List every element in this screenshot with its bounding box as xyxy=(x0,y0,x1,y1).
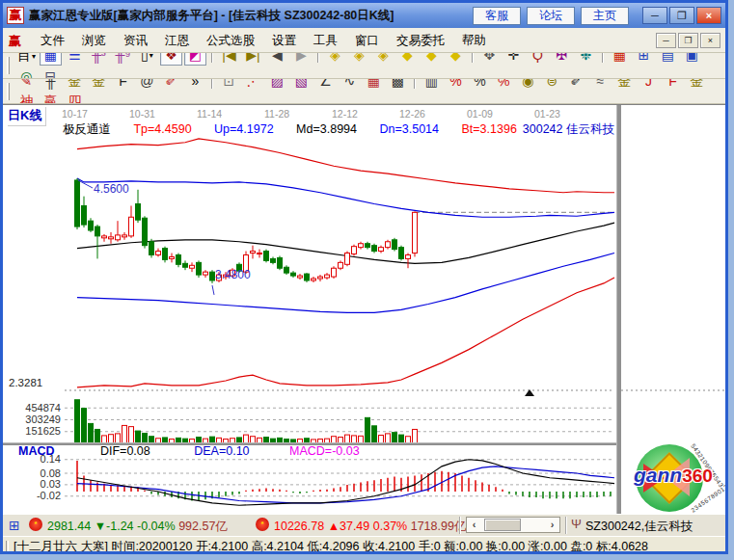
restore-button[interactable]: ❐ xyxy=(669,7,694,24)
first-bar-icon[interactable]: |◀ xyxy=(218,53,240,66)
zigzag-line-icon[interactable]: ∿ xyxy=(339,79,361,91)
child-restore-button[interactable]: ❐ xyxy=(678,33,698,48)
date-tick-label: 10-31 xyxy=(129,108,155,120)
menu-item-设置[interactable]: 设置 xyxy=(263,31,305,50)
calculator-icon[interactable]: ⊞ xyxy=(633,53,655,66)
gann-diamond-sync-icon[interactable]: ◈ xyxy=(372,53,394,66)
wave-tool-icon[interactable]: ≈ xyxy=(589,79,612,91)
gold-level-icon[interactable]: ⊜ xyxy=(541,79,563,91)
more-tools-icon[interactable]: » xyxy=(184,79,206,91)
candle-style-icon[interactable]: ▯▾ xyxy=(136,53,158,66)
scroll-right-button[interactable]: › xyxy=(545,518,559,532)
angle-win-icon[interactable]: 赢 xyxy=(40,92,62,104)
child-minimize-button[interactable]: ─ xyxy=(656,33,676,48)
percent-line-icon[interactable]: ℅ xyxy=(493,79,515,91)
sse-index-icon[interactable]: * xyxy=(29,518,42,531)
menu-item-江恩[interactable]: 江恩 xyxy=(156,31,198,50)
menu-item-公式选股[interactable]: 公式选股 xyxy=(198,31,263,50)
chaos-analysis-icon[interactable]: ❖ xyxy=(160,53,182,66)
angle-four-icon[interactable]: 四 xyxy=(64,92,86,104)
gold-tool-icon[interactable]: 金 xyxy=(613,79,636,92)
last-bar-icon[interactable]: ▶| xyxy=(242,53,264,66)
calculator-icon[interactable]: ⊞ xyxy=(9,518,20,533)
menu-item-帮助[interactable]: 帮助 xyxy=(453,31,495,50)
price-box-icon[interactable]: ⊡ xyxy=(218,79,240,91)
grip xyxy=(6,541,9,554)
fib-tool-icon[interactable]: F xyxy=(112,79,134,91)
panel-divider[interactable] xyxy=(3,442,616,445)
chart-right-divider[interactable] xyxy=(616,105,621,515)
menu-item-浏览[interactable]: 浏览 xyxy=(73,31,115,50)
scroll-thumb[interactable] xyxy=(484,519,521,531)
notes-icon[interactable]: ▤ xyxy=(657,53,679,66)
grid-dark-icon[interactable]: ▩ xyxy=(387,79,409,91)
menu-item-窗口[interactable]: 窗口 xyxy=(346,31,388,50)
gold-grid-h-icon[interactable]: 金 xyxy=(88,79,110,92)
scroll-left-button[interactable]: ‹ xyxy=(467,518,481,532)
square-box-icon[interactable]: ▧ xyxy=(290,79,313,91)
date-tick-label: 10-17 xyxy=(62,108,88,120)
remote-pc-icon[interactable]: ⊟ xyxy=(40,67,62,80)
gann-diamond-b-icon[interactable]: ◆ xyxy=(421,53,443,66)
mark-brush-icon[interactable]: ✐ xyxy=(565,79,587,91)
gann-diamond-right-icon[interactable]: ◈ xyxy=(348,53,370,66)
menu-item-资讯[interactable]: 资讯 xyxy=(115,31,156,50)
angle-f-icon[interactable]: F xyxy=(662,79,684,91)
gann-diamond-left-icon[interactable]: ◈ xyxy=(324,53,346,66)
minimize-button[interactable]: ─ xyxy=(642,7,667,24)
menu-item-文件[interactable]: 文件 xyxy=(32,31,73,50)
next-bar-icon[interactable]: ▶ xyxy=(290,53,313,66)
logo-gann-text: gann xyxy=(634,464,682,486)
angle-shen-icon[interactable]: 神 xyxy=(15,92,38,104)
zoom-tool-icon[interactable]: Ϙ xyxy=(527,53,549,66)
gold-grid-v-icon[interactable]: 金 xyxy=(64,79,86,92)
trend-line-icon[interactable]: ∠ xyxy=(314,79,337,91)
gann-fan-icon[interactable]: ⋰ xyxy=(242,79,264,91)
prev-bar-icon[interactable]: ◀ xyxy=(266,53,288,66)
szse-index-quote: 10226.78 ▲37.49 0.37% 1718.99亿 xyxy=(274,519,466,535)
draw-brush-icon[interactable]: ✎ xyxy=(15,79,38,91)
net-sync-icon[interactable]: ◎ xyxy=(15,67,38,80)
gann-box-tool-icon[interactable]: ✠ xyxy=(551,53,573,66)
bar-info-text: [十二月廿六 大寒] 时间:20200120 开:4.2100 高:4.2104… xyxy=(14,539,648,554)
ai-analysis-icon[interactable]: ❉ xyxy=(575,53,597,66)
gann-grid-icon[interactable]: ╫ xyxy=(40,79,62,91)
close-button[interactable]: × xyxy=(696,7,721,24)
menu-item-交易委托[interactable]: 交易委托 xyxy=(388,31,453,50)
crosshair-icon[interactable]: ✛ xyxy=(503,53,525,66)
titlebar-button-论坛[interactable]: 论坛 xyxy=(527,7,575,25)
calendar-icon[interactable]: ▦ xyxy=(609,53,631,66)
main-chart-icon[interactable]: ▦ xyxy=(40,53,62,66)
kline-style-icon[interactable]: 目▾ xyxy=(15,53,38,67)
gann-diamond-c-icon[interactable]: ◆ xyxy=(445,53,467,66)
gold-circle-icon[interactable]: ◉ xyxy=(517,79,539,91)
chart-panel: 日K线 10-1710-3111-1411-2812-1212-2601-090… xyxy=(3,104,725,514)
hand-drag-icon[interactable]: ✥ xyxy=(478,53,501,66)
fan-box-icon[interactable]: ▨ xyxy=(266,79,288,91)
chart-3min-icon[interactable]: ╫³ xyxy=(88,53,110,66)
quote-list-icon[interactable]: ☰ xyxy=(64,53,86,66)
grid-red-icon[interactable]: ▦ xyxy=(363,79,385,91)
indicator-name: 极反通道 xyxy=(63,122,111,136)
brush-grid-icon[interactable]: ✐ xyxy=(160,79,182,91)
angle-gold-icon[interactable]: 金 xyxy=(686,79,708,92)
color-histogram-icon[interactable]: ◩ xyxy=(184,53,206,66)
titlebar-button-客服[interactable]: 客服 xyxy=(473,7,521,25)
child-close-button[interactable]: × xyxy=(700,33,720,48)
percent-tool-icon[interactable]: % xyxy=(469,79,491,91)
ruler-tool-icon[interactable]: ▥ xyxy=(421,79,443,91)
gann-diamond-a-icon[interactable]: ◆ xyxy=(396,53,419,66)
menu-item-工具[interactable]: 工具 xyxy=(305,31,346,50)
chart-9min-icon[interactable]: ╫⁹ xyxy=(112,53,134,66)
toolbar-handle[interactable] xyxy=(7,57,10,74)
angle-j-icon[interactable]: J xyxy=(638,79,660,91)
szse-index-icon[interactable]: * xyxy=(256,518,269,531)
titlebar-button-主页[interactable]: 主页 xyxy=(581,7,629,25)
horizontal-scrollbar[interactable]: ‹ › xyxy=(466,517,560,533)
percent-retrace-icon[interactable]: % xyxy=(445,79,467,91)
macd-panel-label: MACD xyxy=(18,444,55,458)
toolbar-handle[interactable] xyxy=(7,83,10,100)
date-tick-label: 11-28 xyxy=(264,108,289,120)
spiral-tool-icon[interactable]: @ xyxy=(136,79,158,91)
save-icon[interactable]: ▣ xyxy=(681,53,703,66)
